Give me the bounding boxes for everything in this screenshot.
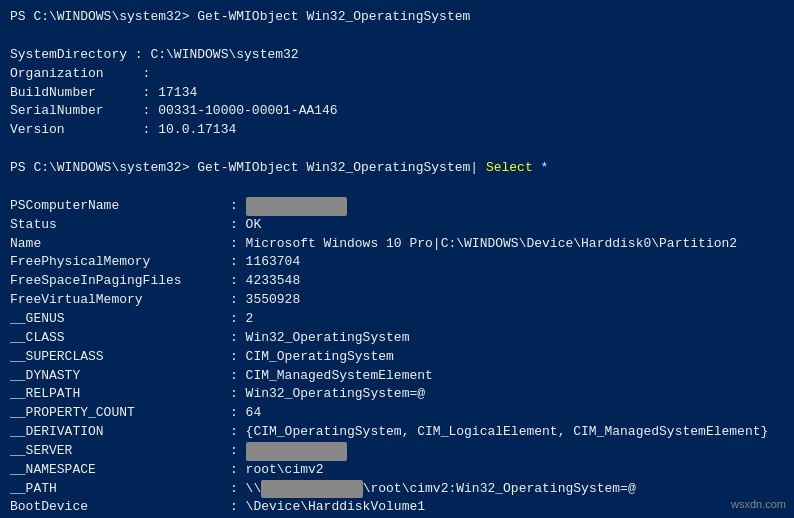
prop-organization: Organization : — [10, 65, 784, 84]
prop-server: __SERVER: DESKTOP-1MFF5 — [10, 442, 784, 461]
cmd-getwmi-2: Get-WMIObject Win32_OperatingSystem — [197, 159, 470, 178]
command-line-2: PS C:\WINDOWS\system32> Get-WMIObject Wi… — [10, 159, 784, 178]
prop-status: Status: OK — [10, 216, 784, 235]
prompt-1: PS C:\WINDOWS\system32> — [10, 8, 197, 27]
prop-systemdirectory: SystemDirectory : C:\WINDOWS\system32 — [10, 46, 784, 65]
command-line-1: PS C:\WINDOWS\system32> Get-WMIObject Wi… — [10, 8, 784, 27]
terminal-window: PS C:\WINDOWS\system32> Get-WMIObject Wi… — [0, 0, 794, 518]
prop-pscomputername: PSComputerName: DESKTOP-1MFF5 — [10, 197, 784, 216]
prop-superclass: __SUPERCLASS: CIM_OperatingSystem — [10, 348, 784, 367]
blank-3 — [10, 178, 784, 197]
prop-freevirtualmemory: FreeVirtualMemory: 3550928 — [10, 291, 784, 310]
prop-class: __CLASS: Win32_OperatingSystem — [10, 329, 784, 348]
prop-serialnumber: SerialNumber : 00331-10000-00001-AA146 — [10, 102, 784, 121]
prop-genus: __GENUS: 2 — [10, 310, 784, 329]
pipe-symbol: | — [470, 159, 486, 178]
prop-relpath: __RELPATH: Win32_OperatingSystem=@ — [10, 385, 784, 404]
prop-namespace: __NAMESPACE: root\cimv2 — [10, 461, 784, 480]
prompt-2: PS C:\WINDOWS\system32> — [10, 159, 197, 178]
prop-path: __PATH: \\DESKTOP-1MFF5\root\cimv2:Win32… — [10, 480, 784, 499]
prop-dynasty: __DYNASTY: CIM_ManagedSystemElement — [10, 367, 784, 386]
select-keyword: Select — [486, 159, 533, 178]
blank-2 — [10, 140, 784, 159]
prop-derivation: __DERIVATION: {CIM_OperatingSystem, CIM_… — [10, 423, 784, 442]
prop-propertycount: __PROPERTY_COUNT: 64 — [10, 404, 784, 423]
prop-version: Version : 10.0.17134 — [10, 121, 784, 140]
prop-freespaceinpagingfiles: FreeSpaceInPagingFiles: 4233548 — [10, 272, 784, 291]
prop-buildnumber: BuildNumber : 17134 — [10, 84, 784, 103]
prop-bootdevice: BootDevice: \Device\HarddiskVolume1 — [10, 498, 784, 517]
watermark: wsxdn.com — [731, 498, 786, 510]
prop-name: Name: Microsoft Windows 10 Pro|C:\WINDOW… — [10, 235, 784, 254]
prop-freephysicalmemory: FreePhysicalMemory: 1163704 — [10, 253, 784, 272]
asterisk: * — [533, 159, 549, 178]
blank-1 — [10, 27, 784, 46]
cmd-getwmi-1: Get-WMIObject Win32_OperatingSystem — [197, 8, 470, 27]
